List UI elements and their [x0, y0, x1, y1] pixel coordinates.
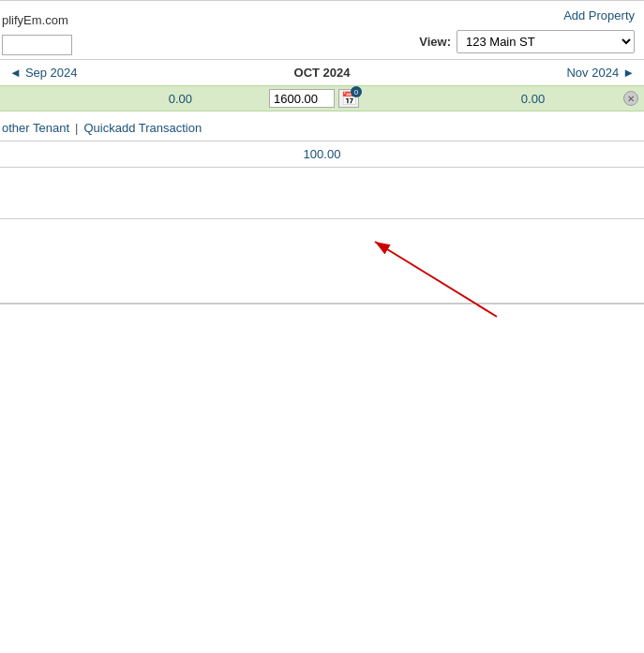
current-month-label: OCT 2024: [294, 66, 351, 80]
cell-center: 📅 0: [206, 89, 422, 108]
amount-link[interactable]: 100.00: [304, 147, 341, 161]
cell-left: 0.00: [0, 92, 206, 106]
months-nav: ◄ Sep 2024 OCT 2024 Nov 2024 ►: [0, 60, 644, 85]
calendar-badge: 0: [351, 86, 362, 97]
prev-month-label: Sep 2024: [25, 66, 78, 80]
prev-arrow-icon: ◄: [9, 66, 22, 80]
view-select[interactable]: 123 Main ST All Properties: [457, 30, 635, 53]
header-area: plifyEm.com Add Property View: 123 Main …: [0, 1, 644, 60]
right-controls: Add Property View: 123 Main ST All Prope…: [419, 8, 635, 53]
amount-row: 100.00: [0, 141, 644, 168]
prev-month-nav[interactable]: ◄ Sep 2024: [9, 66, 78, 80]
view-row: View: 123 Main ST All Properties: [419, 30, 635, 53]
logo-text: plifyEm.com: [2, 8, 72, 27]
next-month-nav[interactable]: Nov 2024 ►: [566, 66, 635, 80]
left-amount-link[interactable]: 0.00: [169, 92, 192, 106]
next-month-label: Nov 2024: [566, 66, 619, 80]
cell-right: 0.00: [422, 92, 644, 106]
close-button[interactable]: ✕: [623, 91, 638, 106]
divider-2: [0, 304, 644, 304]
view-label: View:: [419, 35, 451, 49]
tenant-row: other Tenant | Quickadd Transaction: [0, 111, 644, 141]
amount-input[interactable]: [269, 89, 335, 108]
calendar-icon[interactable]: 📅 0: [338, 89, 359, 108]
tenant-link[interactable]: other Tenant: [2, 121, 69, 135]
search-input[interactable]: [2, 35, 72, 55]
empty-section-1: [0, 168, 644, 219]
right-amount-link[interactable]: 0.00: [521, 92, 545, 106]
separator: |: [75, 121, 78, 135]
add-property-link[interactable]: Add Property: [563, 8, 635, 22]
empty-section-2: [0, 219, 644, 304]
transaction-row: 0.00 📅 0 0.00 ✕: [0, 85, 644, 111]
next-arrow-icon: ►: [622, 66, 635, 80]
quickadd-link[interactable]: Quickadd Transaction: [83, 121, 202, 135]
